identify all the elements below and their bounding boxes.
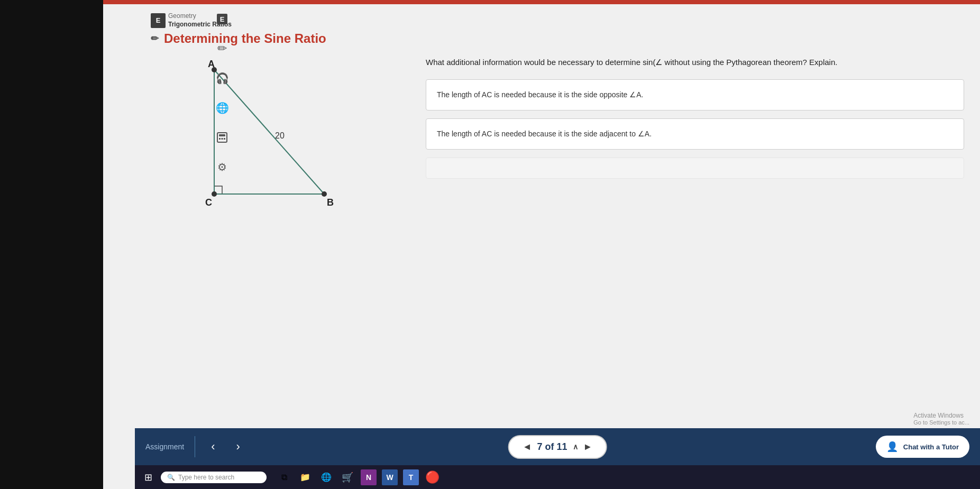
store-icon[interactable]: 🛒: [340, 469, 355, 485]
windows-start-button[interactable]: ⊞: [140, 469, 157, 485]
left-panel: [0, 0, 103, 489]
book-sidebar-icon[interactable]: E: [213, 10, 232, 29]
progress-pill: ◄ 7 of 11 ∧ ►: [508, 435, 607, 459]
main-content: E ✏ 🎧 🌐 ⚙ E: [103, 0, 980, 489]
progress-arrow-right[interactable]: ►: [583, 441, 593, 453]
assignment-taskbar: Assignment ‹ › ◄ 7 of 11 ∧ ► 👤 Chat with…: [135, 428, 980, 465]
triangle-section: A C B 20: [151, 57, 405, 420]
activate-windows-text: Activate Windows Go to Settings to ac...: [913, 412, 969, 426]
question-text: What additional information would be nec…: [426, 57, 964, 69]
chrome-icon[interactable]: 🔴: [424, 469, 440, 485]
svg-point-13: [322, 191, 327, 197]
vertex-b-label: B: [327, 197, 334, 208]
nav-divider: [195, 436, 195, 457]
search-placeholder: Type here to search: [178, 474, 234, 481]
word-icon[interactable]: W: [382, 469, 398, 485]
search-icon: 🔍: [167, 474, 175, 481]
chat-button[interactable]: 👤 Chat with a Tutor: [876, 436, 969, 458]
answer-option-2[interactable]: The length of AC is needed because it is…: [426, 118, 964, 150]
page-title-container: ✏ Determining the Sine Ratio: [151, 31, 964, 46]
onenote-icon[interactable]: N: [361, 469, 377, 485]
prev-button[interactable]: ‹: [206, 437, 220, 456]
breadcrumb: E Geometry Trigonometric Ratios: [151, 12, 964, 29]
file-explorer-icon[interactable]: 📁: [297, 469, 313, 485]
vertex-c-label: C: [205, 197, 212, 208]
calculator-sidebar-icon[interactable]: [213, 128, 232, 147]
svg-rect-6: [224, 138, 225, 140]
sidebar-icons: E ✏ 🎧 🌐 ⚙: [206, 4, 238, 177]
taskbar-icons: ⧉ 📁 🌐 🛒 N W T 🔴: [276, 469, 440, 485]
browser-icon[interactable]: 🌐: [318, 469, 334, 485]
windows-taskbar: ⊞ 🔍 Type here to search ⧉ 📁 🌐 🛒 N W T 🔴: [135, 465, 980, 489]
windows-search[interactable]: 🔍 Type here to search: [161, 472, 267, 483]
svg-rect-5: [222, 138, 223, 140]
main-layout: A C B 20 What additional information wou…: [151, 57, 964, 420]
answer-option-2-text: The length of AC is needed because it is…: [437, 130, 652, 138]
svg-point-12: [212, 191, 217, 197]
headphones-sidebar-icon[interactable]: 🎧: [213, 69, 232, 88]
task-view-icon[interactable]: ⧉: [276, 469, 292, 485]
next-button[interactable]: ›: [231, 437, 245, 456]
svg-rect-3: [219, 134, 225, 136]
tools-sidebar-icon[interactable]: ⚙: [213, 158, 232, 177]
content-area: E Geometry Trigonometric Ratios ✏ Determ…: [135, 4, 980, 428]
answer-option-1-text: The length of AC is needed because it is…: [437, 90, 643, 99]
page-title: Determining the Sine Ratio: [164, 31, 326, 46]
svg-text:E: E: [220, 15, 225, 23]
progress-text: 7 of 11: [537, 441, 567, 453]
progress-arrow-left[interactable]: ◄: [523, 441, 532, 453]
teams-icon[interactable]: T: [403, 469, 419, 485]
assignment-label: Assignment: [145, 442, 184, 451]
answer-option-3[interactable]: [426, 158, 964, 179]
hypotenuse-label: 20: [275, 131, 285, 140]
chat-label: Chat with a Tutor: [903, 443, 959, 451]
question-section: What additional information would be nec…: [426, 57, 964, 420]
svg-rect-2: [217, 133, 227, 142]
progress-arrow-up[interactable]: ∧: [573, 442, 578, 451]
globe-sidebar-icon[interactable]: 🌐: [213, 98, 232, 117]
triangle-diagram: A C B 20: [151, 57, 352, 226]
top-bar: [103, 0, 980, 4]
svg-rect-4: [219, 138, 221, 140]
breadcrumb-icon: E: [151, 13, 166, 28]
chat-person-icon: 👤: [886, 441, 898, 453]
answer-option-1[interactable]: The length of AC is needed because it is…: [426, 79, 964, 110]
pencil-sidebar-icon[interactable]: ✏: [213, 39, 232, 58]
